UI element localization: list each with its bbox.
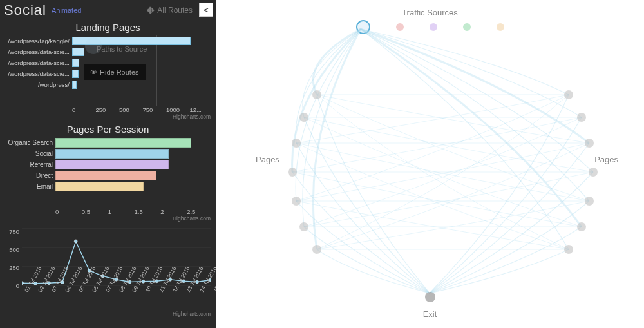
sidebar: Social Animated ⛖ All Routes < Paths to … xyxy=(0,0,216,328)
bar[interactable] xyxy=(72,48,84,56)
page-node[interactable] xyxy=(299,113,308,122)
axis-tick: 0 xyxy=(55,208,82,215)
bar-label: /wordpress/data-scie... xyxy=(5,48,72,55)
page-node[interactable] xyxy=(585,197,594,206)
bar-label: /wordpress/ xyxy=(5,81,72,88)
axis-tick: 2.5 xyxy=(187,208,213,215)
hide-routes-label: Hide Routes xyxy=(100,68,139,76)
exit-node[interactable] xyxy=(425,292,435,302)
axis-tick: 500 xyxy=(3,246,19,253)
axis-tick: 12... xyxy=(190,106,214,113)
page-node[interactable] xyxy=(292,139,301,148)
page-node[interactable] xyxy=(288,168,297,177)
bar-label: /wordpress/data-scie... xyxy=(5,70,72,77)
bar-label: Email xyxy=(5,183,55,190)
hide-routes-button[interactable]: 👁 Hide Routes xyxy=(84,64,146,80)
page-node[interactable] xyxy=(312,90,321,99)
page-title: Social xyxy=(4,2,46,19)
bar-label: Direct xyxy=(5,172,55,179)
network-edges xyxy=(216,0,644,328)
axis-tick: 1 xyxy=(108,208,135,215)
bar[interactable] xyxy=(55,149,169,159)
axis-tick: 250 xyxy=(96,106,120,113)
bar[interactable] xyxy=(72,81,77,89)
axis-tick: 0.5 xyxy=(82,208,108,215)
axis-tick: 0 xyxy=(3,282,19,289)
bar[interactable] xyxy=(72,70,79,78)
bar-label: Referral xyxy=(5,161,55,168)
page-node[interactable] xyxy=(292,197,301,206)
page-node[interactable] xyxy=(564,245,573,254)
axis-tick: 250 xyxy=(3,264,19,271)
data-point[interactable] xyxy=(22,282,23,285)
axis-tick: 2 xyxy=(160,208,187,215)
page-node[interactable] xyxy=(577,222,586,231)
bar[interactable] xyxy=(55,182,144,191)
axis-tick: 500 xyxy=(119,106,143,113)
bar[interactable] xyxy=(55,138,191,148)
chart-credits[interactable]: Highcharts.com xyxy=(3,215,213,222)
network-panel[interactable]: Traffic Sources Pages Pages Exit xyxy=(216,0,644,328)
sidebar-topbar: Social Animated ⛖ All Routes xyxy=(3,0,213,18)
timeline-chart: 0250500750 01 Jul 201602 Jul 201603 Jul … xyxy=(3,228,213,312)
bar-label: Organic Search xyxy=(5,139,55,146)
page-node[interactable] xyxy=(299,222,308,231)
page-node[interactable] xyxy=(312,245,321,254)
axis-tick: 1.5 xyxy=(134,208,160,215)
bar[interactable] xyxy=(55,160,169,169)
route-icon: ⛖ xyxy=(147,6,155,15)
eye-slash-icon: 👁 xyxy=(90,68,97,76)
axis-tick: 0 xyxy=(72,106,96,113)
animated-toggle-label[interactable]: Animated xyxy=(52,6,81,14)
bar-label: /wordpress/tag/kaggle/ xyxy=(5,37,72,44)
data-point[interactable] xyxy=(74,240,77,243)
chevron-left-icon: < xyxy=(204,5,209,15)
all-routes-label: All Routes xyxy=(157,6,193,15)
chart-credits[interactable]: Highcharts.com xyxy=(3,113,213,120)
page-node[interactable] xyxy=(564,90,573,99)
pps-title: Pages Per Session xyxy=(3,124,213,135)
landing-pages-title: Landing Pages xyxy=(3,22,213,33)
bar-label: Social xyxy=(5,150,55,157)
back-button[interactable]: < xyxy=(199,3,213,17)
axis-tick: 1000 xyxy=(166,106,190,113)
page-node[interactable] xyxy=(589,168,598,177)
page-node[interactable] xyxy=(585,139,594,148)
bar[interactable] xyxy=(72,59,79,67)
paths-to-source-label: Paths to Source xyxy=(97,45,147,53)
bar-label: /wordpress/data-scie... xyxy=(5,59,72,66)
page-node[interactable] xyxy=(577,113,586,122)
all-routes-button[interactable]: ⛖ All Routes xyxy=(147,6,193,15)
bar[interactable] xyxy=(55,171,156,180)
pages-per-session-chart: Pages Per Session Organic SearchSocialRe… xyxy=(3,124,213,222)
axis-tick: 750 xyxy=(143,106,167,113)
axis-tick: 750 xyxy=(3,228,19,235)
